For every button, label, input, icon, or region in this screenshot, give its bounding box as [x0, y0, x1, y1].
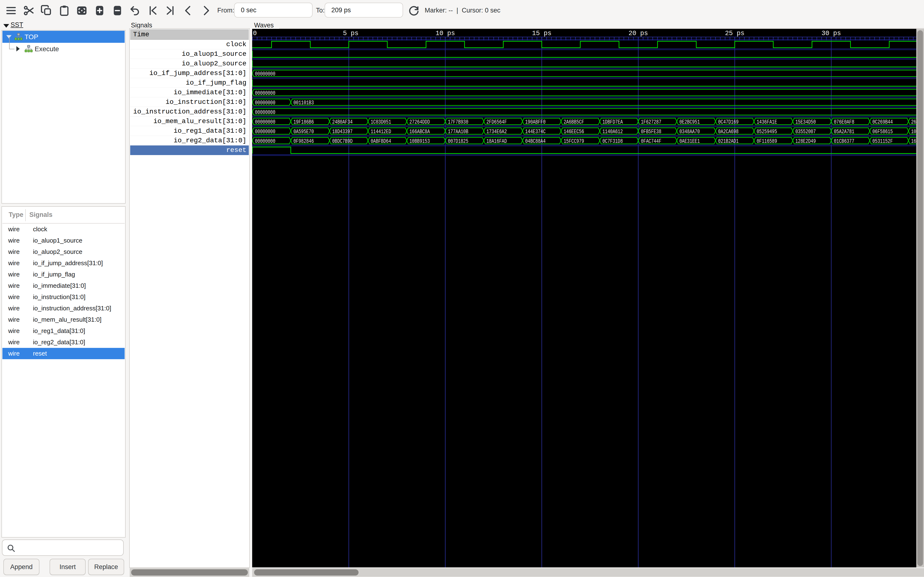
table-row-io_mem_alu_result[31:0][interactable]: wireio_mem_alu_result[31:0]	[2, 314, 124, 325]
bus-value: 0348AA70	[680, 128, 700, 135]
module-icon	[15, 33, 23, 40]
bus-value: 0FB5FE38	[641, 128, 661, 135]
table-row-io_reg2_data[31:0][interactable]: wireio_reg2_data[31:0]	[2, 337, 124, 348]
table-row-io_if_jump_flag[interactable]: wireio_if_jump_flag	[2, 269, 124, 280]
bus-value: 10BB9153	[410, 138, 430, 145]
table-row-io_instruction[31:0][interactable]: wireio_instruction[31:0]	[2, 292, 124, 303]
wave-row-io_if_jump_address[31:0]: 00000000	[252, 70, 916, 77]
table-row-clock[interactable]: wireclock	[2, 224, 124, 235]
copy-icon	[40, 4, 53, 17]
signals-hscrollbar[interactable]	[130, 568, 249, 577]
signals-list-item-io_immediate[31:0][interactable]: io_immediate[31:0]	[130, 88, 249, 97]
cell-type: wire	[2, 327, 29, 335]
cut-button[interactable]	[23, 4, 35, 17]
wave-canvas[interactable]: 05ps10ps15ps20ps25ps30ps0000000000000000…	[252, 29, 916, 567]
bus-value: 0BDC7B9D	[332, 138, 353, 145]
cell-signal-name: clock	[29, 226, 47, 233]
cell-signal-name: io_mem_alu_result[31:0]	[29, 316, 102, 323]
signals-list-item-clock[interactable]: clock	[130, 40, 249, 49]
bus-value: 0F982846	[294, 138, 314, 145]
replace-button[interactable]: Replace	[88, 559, 124, 575]
cell-signal-name: io_reg1_data[31:0]	[29, 327, 85, 335]
step-back-icon	[182, 4, 194, 17]
cut-icon	[23, 4, 35, 17]
table-row-io_aluop2_source[interactable]: wireio_aluop2_source	[2, 246, 124, 258]
signals-list-item-io_if_jump_address[31:0][interactable]: io_if_jump_address[31:0]	[130, 69, 249, 78]
status-separator2	[458, 7, 462, 14]
menu-button[interactable]	[5, 4, 17, 17]
sst-expander-icon[interactable]	[3, 24, 9, 27]
signals-list-item-io_mem_alu_result[31:0][interactable]: io_mem_alu_result[31:0]	[130, 117, 249, 126]
signals-list-item-io_if_jump_flag[interactable]: io_if_jump_flag	[130, 78, 249, 88]
marker-status: Marker: -- | Cursor: 0 sec	[425, 7, 501, 14]
table-row-io_if_jump_address[31:0][interactable]: wireio_if_jump_address[31:0]	[2, 258, 124, 269]
zoom-out-button[interactable]	[111, 4, 124, 17]
bus-value: 00000000	[255, 71, 276, 77]
signals-list-item-io_instruction_address[31:0][interactable]: io_instruction_address[31:0]	[130, 107, 249, 117]
table-row-io_aluop1_source[interactable]: wireio_aluop1_source	[2, 235, 124, 246]
menu-icon	[5, 4, 17, 17]
waves-frame-line	[279, 28, 924, 29]
expander-closed-icon[interactable]	[16, 46, 20, 52]
signals-list-item-reset[interactable]: reset	[130, 145, 249, 155]
copy-button[interactable]	[40, 4, 53, 17]
waves-hscrollbar-thumb[interactable]	[254, 569, 359, 575]
table-row-io_reg1_data[31:0][interactable]: wireio_reg1_data[31:0]	[2, 325, 124, 337]
bus-value: 18D43397	[332, 128, 353, 135]
signals-list-item-io_reg2_data[31:0][interactable]: io_reg2_data[31:0]	[130, 136, 249, 145]
search-input[interactable]	[18, 541, 120, 554]
cell-signal-name: io_if_jump_flag	[29, 271, 75, 278]
from-input[interactable]	[234, 3, 313, 18]
signals-hscrollbar-thumb[interactable]	[131, 569, 248, 575]
search-icon	[6, 543, 16, 553]
zoom-fit-button[interactable]	[76, 4, 88, 17]
step-back-button[interactable]	[182, 4, 194, 17]
bus-value: 00000000	[255, 100, 276, 106]
ruler-unit-20: ps	[640, 30, 648, 37]
bus-value: 166ABC8A	[410, 128, 430, 135]
waves-vscrollbar-thumb[interactable]	[917, 30, 923, 566]
cell-signal-name: reset	[29, 350, 47, 357]
signals-list-item-io_aluop1_source[interactable]: io_aluop1_source	[130, 49, 249, 59]
append-button[interactable]: Append	[3, 559, 39, 575]
module-icon	[24, 45, 33, 53]
to-input[interactable]	[325, 3, 403, 18]
bus-value: 001101B3	[294, 100, 314, 106]
bus-value: 2A6BB5CF	[564, 119, 584, 125]
skip-start-button[interactable]	[147, 4, 159, 17]
signals-list-item-io_aluop2_source[interactable]: io_aluop2_source	[130, 59, 249, 69]
tree-item-top[interactable]: TOP	[2, 31, 124, 43]
bus-value: 021B2AD1	[718, 138, 739, 145]
refresh-icon[interactable]	[407, 4, 420, 17]
waves-panel-title: Waves	[253, 22, 275, 29]
module-icon-wrap	[15, 33, 23, 42]
skip-end-button[interactable]	[164, 4, 177, 17]
table-row-reset[interactable]: wirereset	[2, 348, 124, 359]
undo-button[interactable]	[129, 4, 141, 17]
step-forward-button[interactable]	[200, 4, 212, 17]
bus-value: 24B0AF34	[332, 119, 353, 125]
paste-button[interactable]	[58, 4, 71, 17]
cell-type: wire	[2, 282, 29, 290]
table-row-io_instruction_address[31:0][interactable]: wireio_instruction_address[31:0]	[2, 303, 124, 314]
zoom-in-button[interactable]	[94, 4, 106, 17]
signals-list-item-io_instruction[31:0][interactable]: io_instruction[31:0]	[130, 97, 249, 107]
signals-list-item-io_reg1_data[31:0][interactable]: io_reg1_data[31:0]	[130, 126, 249, 136]
bus-value: 0AE31EE1	[680, 138, 700, 145]
cell-signal-name: io_if_jump_address[31:0]	[29, 259, 103, 267]
bus-value: 03552007	[795, 128, 816, 135]
insert-button[interactable]: Insert	[50, 559, 86, 575]
cell-type: wire	[2, 293, 29, 301]
waves-hscrollbar[interactable]	[252, 568, 924, 577]
ruler-unit-15: ps	[544, 30, 551, 37]
waves-vscrollbar[interactable]	[916, 29, 924, 567]
table-row-io_immediate[31:0][interactable]: wireio_immediate[31:0]	[2, 280, 124, 292]
tree-item-execute[interactable]: Execute	[2, 43, 124, 55]
time-header[interactable]: Time	[130, 29, 249, 40]
column-separator[interactable]	[25, 209, 26, 221]
column-header-signals: Signals	[29, 211, 52, 219]
bus-value: 15FCC979	[564, 138, 584, 145]
expander-open-icon[interactable]	[6, 35, 11, 39]
bus-value: 00000000	[255, 90, 276, 97]
module-icon-wrap	[24, 45, 33, 53]
